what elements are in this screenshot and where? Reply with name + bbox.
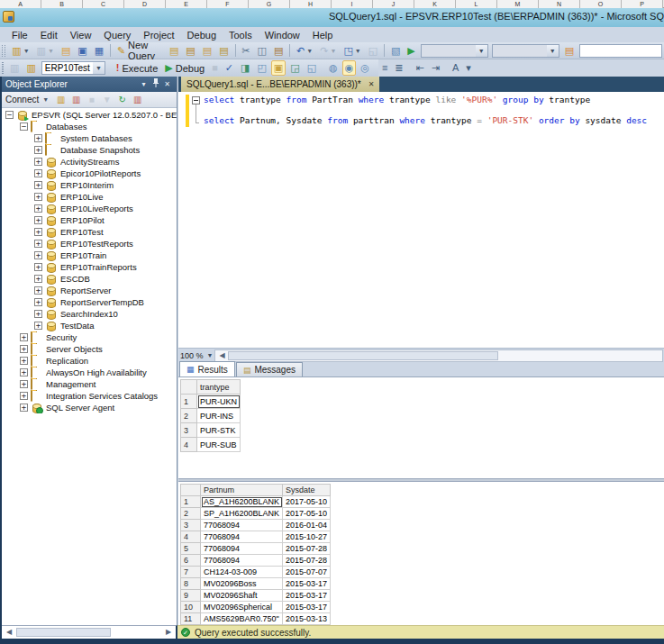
column-header-partnum[interactable]: Partnum bbox=[201, 485, 283, 496]
tree-item-activitystreams[interactable]: +ActivityStreams bbox=[2, 156, 177, 168]
grid-corner-cell[interactable] bbox=[181, 485, 201, 496]
debug-button[interactable]: ▶Debug bbox=[162, 60, 207, 76]
editor-zoom-combobox[interactable]: 100 % ▼ bbox=[178, 349, 214, 362]
row-number-cell[interactable]: 1 bbox=[181, 496, 201, 508]
row-number-cell[interactable]: 11 bbox=[181, 613, 201, 625]
menu-item-file[interactable]: File bbox=[5, 29, 34, 41]
grid-cell[interactable]: 77068094 bbox=[201, 520, 283, 531]
paste-button[interactable]: ▤ bbox=[271, 43, 286, 59]
outline-collapse-icon[interactable] bbox=[192, 96, 200, 104]
expand-icon[interactable]: + bbox=[34, 228, 42, 236]
scroll-left-icon[interactable]: ◀ bbox=[215, 350, 228, 361]
grid-cell[interactable]: 77068094 bbox=[201, 531, 283, 543]
expand-icon[interactable]: + bbox=[20, 333, 28, 341]
tree-item-erp10testreports[interactable]: +ERP10TestReports bbox=[2, 238, 177, 249]
object-explorer-horizontal-scrollbar[interactable]: ◀ ▶ bbox=[2, 625, 177, 639]
column-header-sysdate[interactable]: Sysdate bbox=[283, 485, 331, 496]
tree-item-database-snapshots[interactable]: +Database Snapshots bbox=[2, 144, 177, 156]
expand-icon[interactable]: + bbox=[34, 216, 42, 224]
chevron-down-icon[interactable]: ▼ bbox=[547, 45, 559, 57]
save-all-button[interactable]: ▦ bbox=[92, 43, 106, 59]
cut-button[interactable]: ✂ bbox=[239, 43, 252, 59]
expand-icon[interactable]: + bbox=[20, 380, 28, 388]
increase-indent-button[interactable]: ⇥ bbox=[429, 60, 442, 76]
row-number-cell[interactable]: 9 bbox=[181, 590, 201, 602]
query-document-tab[interactable]: SQLQuery1.sql - E...BE\ERPADMIN (363))* … bbox=[181, 77, 379, 92]
row-number-cell[interactable]: 5 bbox=[181, 543, 201, 555]
expand-icon[interactable]: + bbox=[34, 240, 42, 248]
include-actual-plan-button[interactable]: ◲ bbox=[287, 60, 302, 76]
query-designer-button[interactable]: ◰ bbox=[254, 60, 268, 76]
results-to-text-button[interactable]: ◍ bbox=[326, 60, 341, 76]
grid-cell[interactable]: 2017-05-10 bbox=[283, 496, 331, 508]
collapse-icon[interactable]: − bbox=[20, 122, 28, 131]
auto-hide-pin-icon[interactable] bbox=[150, 78, 161, 91]
row-number-cell[interactable]: 3 bbox=[181, 520, 201, 531]
row-number-cell[interactable]: 3 bbox=[181, 423, 197, 438]
tree-item-reportservertempdb[interactable]: +ReportServerTempDB bbox=[2, 296, 177, 308]
expand-icon[interactable]: + bbox=[34, 204, 42, 213]
row-number-cell[interactable]: 4 bbox=[181, 531, 201, 543]
execute-button[interactable]: !Execute bbox=[114, 60, 160, 76]
object-explorer-header[interactable]: Object Explorer ▾ ✕ bbox=[2, 77, 177, 92]
results-to-file-button[interactable]: ◎ bbox=[358, 60, 372, 76]
scrollbar-thumb[interactable] bbox=[228, 351, 498, 360]
mdx-query-button[interactable]: ▤ bbox=[183, 43, 197, 59]
activity-monitor-button[interactable]: ▧ bbox=[388, 43, 403, 59]
expand-icon[interactable]: + bbox=[34, 169, 42, 177]
grid-cell[interactable]: 77068094 bbox=[201, 543, 283, 555]
filter-button[interactable]: ▼ bbox=[100, 93, 114, 106]
xmla-query-button[interactable]: ▤ bbox=[216, 43, 231, 59]
grid-cell[interactable]: 2015-03-17 bbox=[283, 590, 331, 602]
expand-icon[interactable]: + bbox=[34, 181, 42, 189]
connect-query-button[interactable]: ▥ bbox=[7, 60, 22, 76]
grid-cell[interactable]: 2015-07-07 bbox=[283, 567, 331, 578]
row-number-cell[interactable]: 4 bbox=[181, 438, 197, 452]
grid-cell[interactable]: 2015-07-28 bbox=[283, 543, 331, 555]
connect-button[interactable]: ▥▼ bbox=[9, 43, 32, 59]
grid-cell[interactable]: CH124-03-009 bbox=[201, 567, 283, 578]
expand-icon[interactable]: + bbox=[34, 286, 42, 295]
thread-combobox[interactable]: ▼ bbox=[492, 44, 559, 58]
tree-item-erp10live[interactable]: +ERP10Live bbox=[2, 191, 177, 203]
tree-item-erp10train[interactable]: +ERP10Train bbox=[2, 249, 177, 261]
tree-item-integration-services-catalogs[interactable]: +Integration Services Catalogs bbox=[2, 390, 177, 402]
menu-item-tools[interactable]: Tools bbox=[223, 29, 259, 41]
grid-cell[interactable]: PUR-STK bbox=[197, 423, 241, 438]
close-icon[interactable]: ✕ bbox=[161, 78, 173, 90]
connect-new-server-button[interactable]: ▥ bbox=[54, 93, 68, 106]
chevron-down-icon[interactable]: ▼ bbox=[93, 62, 105, 74]
tab-messages[interactable]: ▤ Messages bbox=[236, 362, 303, 376]
tree-item-erp10pilot[interactable]: +ERP10Pilot bbox=[2, 214, 177, 226]
sql-editor[interactable]: select trantype from PartTran where tran… bbox=[178, 92, 664, 348]
navigate-button[interactable]: ◳▼ bbox=[341, 43, 363, 59]
tree-item-erp10test[interactable]: +ERP10Test bbox=[2, 226, 177, 238]
tree-item-management[interactable]: +Management bbox=[2, 378, 177, 390]
expand-icon[interactable]: + bbox=[34, 251, 42, 259]
window-position-menu-icon[interactable]: ▾ bbox=[138, 78, 150, 90]
grid-cell[interactable]: 2015-03-17 bbox=[283, 602, 331, 613]
expand-icon[interactable]: + bbox=[34, 322, 42, 330]
row-number-cell[interactable]: 2 bbox=[181, 508, 201, 520]
grid-cell[interactable]: 2015-03-13 bbox=[283, 613, 331, 625]
connect-button[interactable]: Connect bbox=[5, 95, 39, 104]
expand-icon[interactable]: + bbox=[20, 345, 28, 353]
address-input[interactable] bbox=[579, 44, 662, 58]
editor-horizontal-scrollbar[interactable]: ◀ bbox=[214, 349, 663, 362]
toolbar-options-button[interactable]: ▾ bbox=[463, 60, 474, 76]
row-number-cell[interactable]: 8 bbox=[181, 578, 201, 590]
expand-icon[interactable]: + bbox=[34, 310, 42, 318]
grid-cell[interactable]: 2015-10-27 bbox=[283, 531, 331, 543]
toolbar-grip[interactable] bbox=[2, 62, 4, 74]
tree-item-epicor10pilotreports[interactable]: +Epicor10PilotReports bbox=[2, 168, 177, 179]
disconnect-button[interactable]: ▥ bbox=[69, 93, 83, 106]
expand-icon[interactable]: + bbox=[34, 263, 42, 271]
properties-window-button[interactable]: ◱ bbox=[366, 43, 380, 59]
decrease-indent-button[interactable]: ⇤ bbox=[414, 60, 427, 76]
grid-cell[interactable]: 77068094 bbox=[201, 555, 283, 567]
expand-icon[interactable]: + bbox=[20, 404, 28, 412]
expand-icon[interactable]: + bbox=[34, 193, 42, 201]
grid-cell[interactable]: 2016-01-04 bbox=[283, 520, 331, 531]
tree-item-replication[interactable]: +Replication bbox=[2, 355, 177, 367]
expand-icon[interactable]: + bbox=[34, 158, 42, 166]
